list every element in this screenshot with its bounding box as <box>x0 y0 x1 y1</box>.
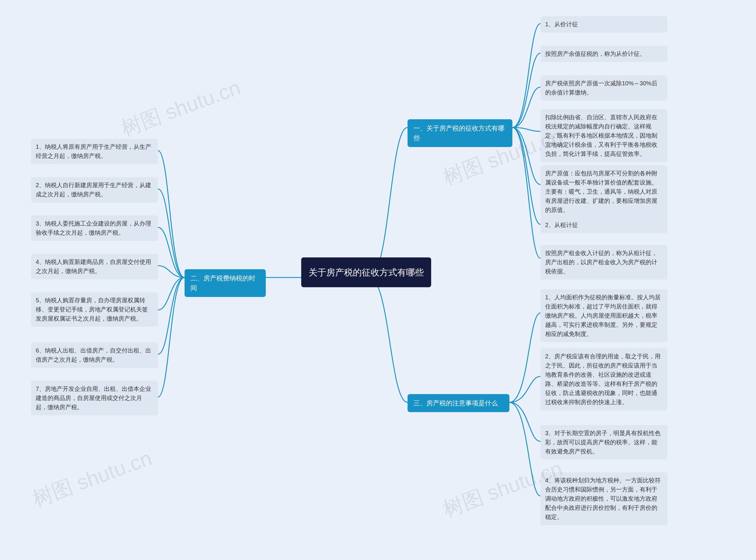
branch1-item-0[interactable]: 1、从价计征 <box>540 16 668 33</box>
branch2-item-2[interactable]: 3、纳税人委托施工企业建设的房屋，从办理验收手续之次月起，缴纳房产税。 <box>31 216 158 241</box>
branch3-item-3[interactable]: 4、将该税种划归为地方税种。一方面比较符合历史习惯和国际惯例，另一方面，有利于调… <box>540 472 668 525</box>
branch2-item-3[interactable]: 4、纳税人购置新建商品房，自房屋交付使用之次月起，缴纳房产税。 <box>31 254 158 279</box>
branch1-item-1[interactable]: 按照房产余值征税的，称为从价计征。 <box>540 46 668 62</box>
branch1-item-2[interactable]: 房产税依照房产原值一次减除10%～30%后的余值计算缴纳。 <box>540 75 668 101</box>
branch-two[interactable]: 二、房产税费纳税的时间 <box>184 269 266 297</box>
branch1-item-6[interactable]: 按照房产租金收入计征的，称为从租计征，房产出租的，以房产租金收入为房产税的计税依… <box>540 245 668 280</box>
branch3-item-0[interactable]: 1、人均面积作为征税的衡量标准。按人均居住面积为标准，超过了平均居住面积，就得缴… <box>540 289 668 342</box>
branch2-item-0[interactable]: 1、纳税人将原有房产用于生产经营，从生产经营之月起，缴纳房产税。 <box>31 139 158 164</box>
branch2-item-1[interactable]: 2、纳税人自行新建房屋用于生产经营，从建成之次月起，缴纳房产税。 <box>31 177 158 202</box>
branch2-item-5[interactable]: 6、纳税人出租、出借房产，自交付出租、出借房产之次月起，缴纳房产税。 <box>31 342 158 368</box>
branch2-item-4[interactable]: 5、纳税人购置存量房，自办理房屋权属转移、变更登记手续，房地产权属登记机关签发房… <box>31 292 158 327</box>
branch1-item-4[interactable]: 房产原值：应包括与房屋不可分割的各种附属设备或一般不单独计算价值的配套设施。主要… <box>540 165 668 218</box>
branch1-item-3[interactable]: 扣除比例由省、自治区、直辖市人民政府在税法规定的减除幅度内自行确定。这样规定，既… <box>540 109 668 162</box>
branch2-item-6[interactable]: 7、房地产开发企业自用、出租、出借本企业建造的商品房，自房屋使用或交付之次月起，… <box>31 381 158 415</box>
branch3-item-2[interactable]: 3、对于长期空置的房子，明显具有投机性色彩，故而可以提高房产税的税率。这样，能有… <box>540 425 668 460</box>
branch-one[interactable]: 一、关于房产税的征收方式有哪些 <box>407 119 512 147</box>
root-node[interactable]: 关于房产税的征收方式有哪些 <box>301 257 431 287</box>
branch3-item-1[interactable]: 2、房产税应该有合理的用途，取之于民，用之于民。因此，所征收的房产税应该用于当地… <box>540 348 668 410</box>
branch-three[interactable]: 三、房产税的注意事项是什么 <box>407 394 510 412</box>
branch1-item-5[interactable]: 2、从租计征 <box>540 217 668 233</box>
